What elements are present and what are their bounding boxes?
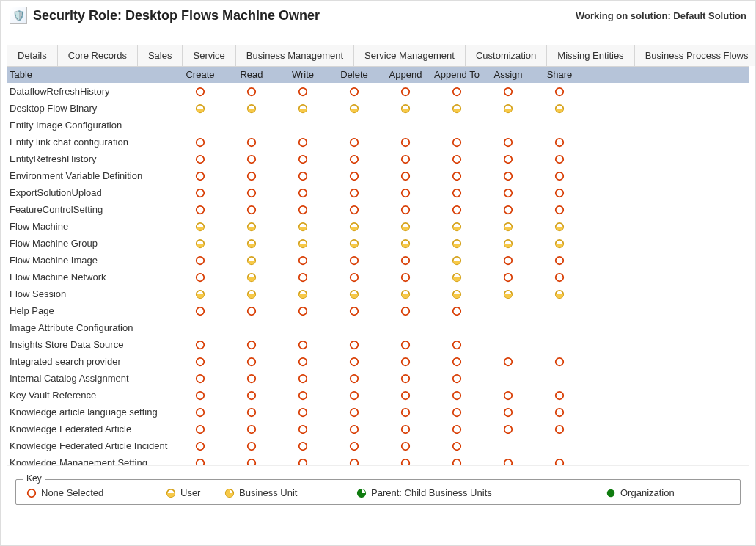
privilege-create[interactable] (175, 289, 226, 299)
column-header-assign[interactable]: Assign (482, 67, 534, 83)
privilege-delete[interactable] (329, 154, 380, 164)
privilege-append-to[interactable] (431, 340, 482, 350)
privilege-write[interactable] (277, 272, 329, 283)
privilege-assign[interactable] (482, 272, 534, 283)
privilege-share[interactable] (534, 357, 585, 367)
privilege-assign[interactable] (482, 137, 534, 148)
privilege-write[interactable] (277, 87, 329, 97)
privilege-share[interactable] (534, 407, 585, 418)
privilege-read[interactable] (226, 222, 277, 232)
tab-customization[interactable]: Customization (465, 45, 547, 66)
privilege-delete[interactable] (329, 103, 380, 114)
privilege-read[interactable] (226, 87, 277, 97)
privilege-append[interactable] (380, 103, 431, 114)
privilege-assign[interactable] (482, 407, 534, 418)
privilege-share[interactable] (534, 239, 585, 249)
privilege-read[interactable] (226, 205, 277, 215)
privilege-share[interactable] (534, 255, 585, 266)
privilege-read[interactable] (226, 340, 277, 350)
privilege-share[interactable] (534, 272, 585, 283)
privilege-read[interactable] (226, 407, 277, 418)
privilege-read[interactable] (226, 188, 277, 198)
privilege-read[interactable] (226, 390, 277, 401)
column-header-write[interactable]: Write (277, 67, 329, 83)
privilege-write[interactable] (277, 357, 329, 367)
privilege-delete[interactable] (329, 407, 380, 418)
privilege-share[interactable] (534, 137, 585, 148)
privilege-share[interactable] (534, 103, 585, 114)
privilege-append[interactable] (380, 154, 431, 164)
privilege-assign[interactable] (482, 289, 534, 299)
privilege-assign[interactable] (482, 222, 534, 232)
privilege-append[interactable] (380, 357, 431, 367)
column-header-append[interactable]: Append (380, 67, 431, 83)
privilege-create[interactable] (175, 424, 226, 434)
privilege-create[interactable] (175, 188, 226, 198)
privilege-create[interactable] (175, 340, 226, 350)
privilege-delete[interactable] (329, 171, 380, 181)
privilege-create[interactable] (175, 374, 226, 384)
privilege-delete[interactable] (329, 357, 380, 367)
privilege-create[interactable] (175, 239, 226, 249)
privilege-create[interactable] (175, 255, 226, 266)
privilege-create[interactable] (175, 407, 226, 418)
privilege-assign[interactable] (482, 390, 534, 401)
privilege-delete[interactable] (329, 289, 380, 299)
privilege-append-to[interactable] (431, 87, 482, 97)
privilege-append-to[interactable] (431, 239, 482, 249)
privilege-assign[interactable] (482, 424, 534, 434)
privilege-create[interactable] (175, 357, 226, 367)
privilege-share[interactable] (534, 188, 585, 198)
privilege-share[interactable] (534, 87, 585, 97)
privilege-append-to[interactable] (431, 289, 482, 299)
privilege-append-to[interactable] (431, 272, 482, 283)
privilege-delete[interactable] (329, 424, 380, 434)
privilege-append-to[interactable] (431, 357, 482, 367)
column-header-append-to[interactable]: Append To (431, 67, 482, 83)
privilege-write[interactable] (277, 171, 329, 181)
privilege-append[interactable] (380, 171, 431, 181)
privilege-append[interactable] (380, 374, 431, 384)
privilege-append-to[interactable] (431, 441, 482, 451)
privilege-write[interactable] (277, 441, 329, 451)
privilege-write[interactable] (277, 407, 329, 418)
privilege-write[interactable] (277, 306, 329, 316)
privilege-append-to[interactable] (431, 222, 482, 232)
privilege-read[interactable] (226, 137, 277, 148)
privilege-delete[interactable] (329, 87, 380, 97)
privilege-append[interactable] (380, 205, 431, 215)
privilege-write[interactable] (277, 390, 329, 401)
privilege-delete[interactable] (329, 272, 380, 283)
privilege-share[interactable] (534, 390, 585, 401)
tab-sales[interactable]: Sales (137, 45, 183, 66)
privilege-append-to[interactable] (431, 137, 482, 148)
privilege-append[interactable] (380, 306, 431, 316)
privilege-assign[interactable] (482, 171, 534, 181)
privilege-read[interactable] (226, 289, 277, 299)
tab-service[interactable]: Service (182, 45, 235, 66)
privilege-append[interactable] (380, 407, 431, 418)
privilege-create[interactable] (175, 87, 226, 97)
privilege-create[interactable] (175, 222, 226, 232)
privilege-append[interactable] (380, 239, 431, 249)
privilege-write[interactable] (277, 222, 329, 232)
privilege-append[interactable] (380, 137, 431, 148)
privilege-write[interactable] (277, 205, 329, 215)
privilege-append-to[interactable] (431, 205, 482, 215)
privilege-create[interactable] (175, 272, 226, 283)
privilege-assign[interactable] (482, 188, 534, 198)
column-header-table[interactable]: Table (10, 67, 175, 83)
privilege-append[interactable] (380, 390, 431, 401)
privilege-read[interactable] (226, 357, 277, 367)
privilege-delete[interactable] (329, 441, 380, 451)
privilege-create[interactable] (175, 390, 226, 401)
privilege-share[interactable] (534, 205, 585, 215)
privilege-read[interactable] (226, 306, 277, 316)
privilege-delete[interactable] (329, 255, 380, 266)
privilege-delete[interactable] (329, 374, 380, 384)
privilege-append-to[interactable] (431, 424, 482, 434)
privilege-write[interactable] (277, 374, 329, 384)
privilege-append-to[interactable] (431, 188, 482, 198)
privilege-delete[interactable] (329, 137, 380, 148)
privilege-delete[interactable] (329, 188, 380, 198)
